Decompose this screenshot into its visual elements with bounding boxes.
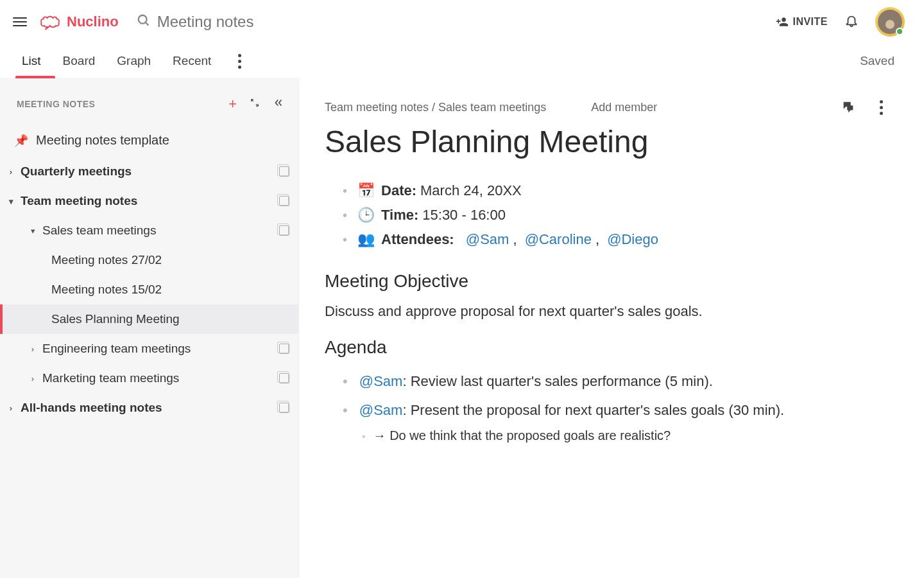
pinned-item[interactable]: 📌 Meeting notes template [0, 124, 298, 157]
chevron-down-icon[interactable]: ▾ [28, 226, 37, 236]
tree: ›Quarterly meetings▾Team meeting notes▾S… [0, 157, 298, 423]
tree-item[interactable]: Sales Planning Meeting [0, 304, 298, 334]
search-icon [137, 13, 151, 31]
chevron-right-icon[interactable]: › [28, 374, 37, 383]
tab-list[interactable]: List [22, 48, 41, 74]
collection-icon [279, 373, 289, 383]
add-member-button[interactable]: Add member [591, 101, 657, 114]
agenda-subitem[interactable]: → Do we think that the proposed goals ar… [362, 421, 888, 450]
tree-item[interactable]: Meeting notes 27/02 [0, 245, 298, 275]
chevron-right-icon[interactable]: › [6, 167, 15, 177]
meta-list: 📅 Date: March 24, 20XX 🕒 Time: 15:30 - 1… [325, 179, 888, 252]
tab-graph[interactable]: Graph [117, 48, 151, 74]
tree-item[interactable]: ›All-hands meeting notes [0, 393, 298, 423]
tree-item-label: Team meeting notes [21, 194, 137, 208]
pin-icon: 📌 [14, 134, 28, 148]
people-icon: 👥 [357, 231, 375, 248]
tree-item[interactable]: ▾Team meeting notes [0, 186, 298, 216]
add-item-icon[interactable]: + [228, 96, 237, 112]
mention[interactable]: @Caroline [525, 231, 592, 248]
invite-button[interactable]: INVITE [776, 15, 828, 28]
notifications-icon[interactable] [844, 13, 859, 30]
invite-person-icon [776, 15, 789, 28]
collection-icon [279, 166, 289, 177]
tree-item-label: All-hands meeting notes [21, 401, 162, 415]
collection-icon [279, 225, 289, 236]
mention[interactable]: @Sam [466, 231, 509, 248]
sidebar: MEETING NOTES + 📌 Meeting notes template… [0, 78, 299, 578]
calendar-icon: 📅 [357, 182, 375, 199]
breadcrumb[interactable]: Team meeting notes / Sales team meetings [325, 101, 546, 114]
logo[interactable]: Nuclino [38, 12, 119, 32]
clock-icon: 🕒 [357, 207, 375, 223]
content: Team meeting notes / Sales team meetings… [299, 78, 924, 578]
agenda-item[interactable]: @Sam: Present the proposal for next quar… [343, 396, 888, 453]
menu-icon[interactable] [13, 12, 27, 31]
collapse-sidebar-icon[interactable] [273, 97, 284, 111]
meta-date[interactable]: 📅 Date: March 24, 20XX [343, 179, 888, 203]
collection-icon [279, 403, 289, 413]
meta-attendees[interactable]: 👥 Attendees: @Sam, @Caroline, @Diego [343, 227, 888, 252]
objective-text[interactable]: Discuss and approve proposal for next qu… [325, 301, 888, 322]
meta-time[interactable]: 🕒 Time: 15:30 - 16:00 [343, 203, 888, 227]
collection-icon [279, 344, 289, 354]
tree-item-label: Engineering team meetings [42, 342, 191, 356]
sidebar-title: MEETING NOTES [17, 99, 95, 109]
tree-item[interactable]: ›Engineering team meetings [0, 334, 298, 363]
mention[interactable]: @Sam [359, 402, 403, 418]
chevron-right-icon[interactable]: › [6, 403, 15, 413]
page-title[interactable]: Sales Planning Meeting [325, 124, 888, 159]
tabs-more-icon[interactable] [233, 49, 246, 74]
agenda-item[interactable]: @Sam: Review last quarter's sales perfor… [343, 367, 888, 396]
tree-item[interactable]: ›Marketing team meetings [0, 363, 298, 393]
tree-item[interactable]: Meeting notes 15/02 [0, 275, 298, 304]
save-status: Saved [860, 54, 894, 68]
brand-name: Nuclino [67, 13, 119, 30]
tree-item-label: Quarterly meetings [21, 164, 132, 179]
tree-item[interactable]: ›Quarterly meetings [0, 157, 298, 186]
chevron-down-icon[interactable]: ▾ [6, 197, 15, 206]
chevron-right-icon[interactable]: › [28, 344, 37, 354]
tree-item-label: Meeting notes 27/02 [51, 253, 162, 267]
tree-item-label: Sales team meetings [42, 223, 156, 238]
tree-item-label: Marketing team meetings [42, 371, 179, 385]
brain-logo-icon [38, 12, 62, 32]
tree-item-label: Sales Planning Meeting [51, 312, 180, 326]
presence-status-icon [896, 28, 903, 35]
mention[interactable]: @Diego [607, 231, 658, 248]
expand-icon[interactable] [250, 98, 260, 110]
search[interactable] [137, 13, 375, 31]
content-more-icon[interactable] [875, 95, 888, 120]
collection-icon [279, 196, 289, 206]
mention[interactable]: @Sam [359, 373, 403, 389]
comments-icon[interactable] [841, 100, 855, 116]
tree-item[interactable]: ▾Sales team meetings [0, 216, 298, 245]
user-avatar[interactable] [875, 7, 905, 37]
agenda-heading[interactable]: Agenda [325, 337, 888, 358]
objective-heading[interactable]: Meeting Objective [325, 271, 888, 292]
agenda-list: @Sam: Review last quarter's sales perfor… [325, 367, 888, 453]
tree-item-label: Meeting notes 15/02 [51, 283, 162, 297]
svg-line-1 [145, 22, 148, 25]
invite-label: INVITE [792, 16, 828, 28]
pinned-label: Meeting notes template [36, 133, 169, 148]
tab-board[interactable]: Board [63, 48, 96, 74]
search-input[interactable] [157, 13, 375, 31]
svg-point-0 [138, 15, 146, 23]
tab-recent[interactable]: Recent [173, 48, 211, 74]
